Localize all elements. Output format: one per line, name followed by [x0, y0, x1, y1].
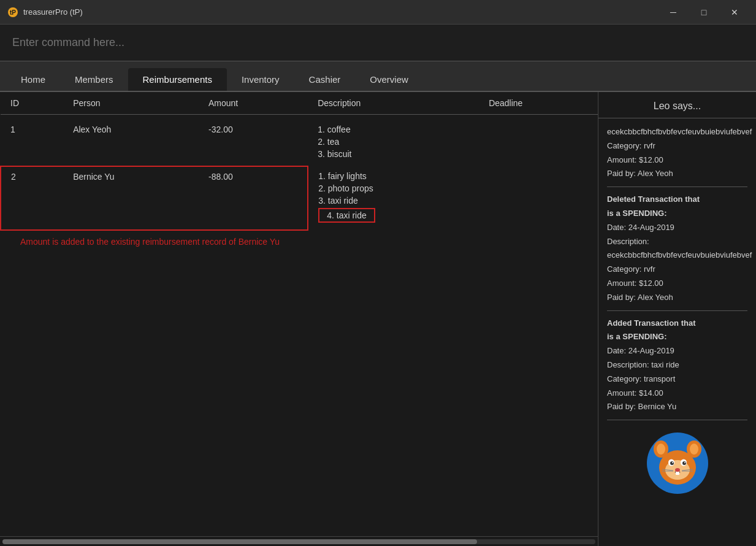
cell-description: 1. coffee 2. tea 3. biscuit [308, 115, 479, 167]
svg-point-12 [682, 461, 686, 465]
section1-desc-val: ecekcbbcfbhcfbvbfevcfeuvbuiebviufebvef [607, 249, 747, 262]
col-person: Person [63, 92, 199, 115]
desc-item-4-highlighted: 4. taxi ride [318, 208, 469, 223]
section1-heading2: is a SPENDING: [607, 207, 747, 220]
table-header-row: ID Person Amount Description Deadline [1, 92, 598, 115]
svg-point-13 [672, 462, 673, 463]
section1-paid: Paid by: Alex Yeoh [607, 291, 747, 304]
col-description: Description [308, 92, 479, 115]
sidebar-title: Leo says... [598, 92, 756, 118]
desc-item-3: 3. taxi ride [318, 196, 469, 206]
titlebar-left: tP treasurerPro (tP) [7, 7, 83, 18]
tab-inventory[interactable]: Inventory [227, 68, 294, 91]
error-message: Amount is added to the existing reimburs… [10, 236, 588, 254]
section2-heading1: Added Transaction that [607, 317, 747, 330]
reimbursements-table: ID Person Amount Description Deadline 1 … [0, 92, 598, 259]
tab-members[interactable]: Members [60, 68, 128, 91]
section2-heading2: is a SPENDING: [607, 331, 747, 344]
section1-date: Date: 24-Aug-2019 [607, 221, 747, 234]
sidebar-top-section: ecekcbbcfbhcfbvbfevcfeuvbuiebviufebvef C… [607, 126, 747, 180]
table-row: 2 Bernice Yu -88.00 1. fairy lights 2. p… [1, 166, 598, 230]
titlebar: tP treasurerPro (tP) ─ □ ✕ [0, 0, 756, 25]
section2-desc: Description: taxi ride [607, 359, 747, 372]
desc-item-3: 3. biscuit [318, 149, 469, 159]
sidebar-section1: Deleted Transaction that is a SPENDING: … [607, 193, 747, 304]
cell-id: 1 [1, 115, 63, 167]
tab-home[interactable]: Home [6, 68, 60, 91]
scrollbar-thumb[interactable] [2, 539, 477, 544]
desc-highlight-box: 4. taxi ride [318, 208, 375, 223]
sidebar: Leo says... ecekcbbcfbhcfbvbfevcfeuvbuie… [598, 92, 756, 546]
leo-mascot [647, 433, 708, 494]
cell-person: Alex Yeoh [63, 115, 199, 167]
main-layout: ID Person Amount Description Deadline 1 … [0, 92, 756, 546]
desc-item-1: 1. coffee [318, 125, 469, 134]
desc-item-1: 1. fairy lights [318, 171, 469, 181]
tabbar: Home Members Reimbursements Inventory Ca… [0, 61, 756, 92]
divider-2 [607, 310, 747, 311]
leo-mascot-container [607, 426, 747, 500]
scrollbar-track [2, 539, 595, 544]
svg-text:tP: tP [10, 9, 16, 16]
top-paid: Paid by: Alex Yeoh [607, 167, 747, 180]
divider-3 [607, 420, 747, 420]
maximize-button[interactable]: □ [690, 3, 718, 21]
table-area: ID Person Amount Description Deadline 1 … [0, 92, 598, 546]
section2-paid: Paid by: Bernice Yu [607, 401, 747, 413]
section2-category: Category: transport [607, 373, 747, 386]
desc-item-2: 2. tea [318, 137, 469, 147]
minimize-button[interactable]: ─ [659, 3, 687, 21]
section1-category: Category: rvfr [607, 263, 747, 276]
section2-amount: Amount: $14.00 [607, 387, 747, 400]
section2-date: Date: 24-Aug-2019 [607, 345, 747, 358]
svg-rect-20 [676, 472, 679, 475]
app-icon: tP [7, 7, 18, 18]
desc-item-2: 2. photo props [318, 183, 469, 193]
error-row: Amount is added to the existing reimburs… [1, 230, 598, 259]
col-deadline: Deadline [479, 92, 598, 115]
svg-point-11 [670, 461, 674, 465]
cell-person: Bernice Yu [63, 166, 199, 230]
titlebar-controls: ─ □ ✕ [659, 3, 749, 21]
svg-point-4 [657, 444, 665, 455]
cell-deadline [479, 115, 598, 167]
svg-point-14 [684, 462, 685, 463]
error-cell: Amount is added to the existing reimburs… [1, 230, 598, 259]
command-input[interactable] [12, 36, 744, 49]
section1-desc-label: Description: [607, 236, 747, 248]
close-button[interactable]: ✕ [720, 3, 749, 21]
app-title: treasurerPro (tP) [23, 7, 83, 17]
leo-svg [650, 436, 705, 491]
col-amount: Amount [199, 92, 308, 115]
top-category: Category: rvfr [607, 140, 747, 153]
divider-1 [607, 186, 747, 187]
cell-deadline [479, 166, 598, 230]
command-bar [0, 25, 756, 61]
section1-heading1: Deleted Transaction that [607, 193, 747, 206]
scrollbar-container [0, 536, 598, 546]
col-id: ID [1, 92, 63, 115]
cell-id: 2 [1, 166, 63, 230]
tab-reimbursements[interactable]: Reimbursements [128, 68, 227, 91]
cell-amount: -88.00 [199, 166, 308, 230]
horizontal-scrollbar[interactable] [0, 536, 598, 546]
top-text: ecekcbbcfbhcfbvbfevcfeuvbuiebviufebvef [607, 126, 747, 139]
table-row: 1 Alex Yeoh -32.00 1. coffee 2. tea 3. b… [1, 115, 598, 167]
cell-description: 1. fairy lights 2. photo props 3. taxi r… [308, 166, 479, 230]
sidebar-content: ecekcbbcfbhcfbvbfevcfeuvbuiebviufebvef C… [598, 118, 756, 546]
cell-amount: -32.00 [199, 115, 308, 167]
tab-overview[interactable]: Overview [355, 68, 423, 91]
top-amount: Amount: $12.00 [607, 154, 747, 167]
svg-point-6 [690, 444, 698, 455]
tab-cashier[interactable]: Cashier [294, 68, 356, 91]
svg-point-15 [675, 468, 680, 472]
section1-amount: Amount: $12.00 [607, 277, 747, 290]
sidebar-section2: Added Transaction that is a SPENDING: Da… [607, 317, 747, 414]
